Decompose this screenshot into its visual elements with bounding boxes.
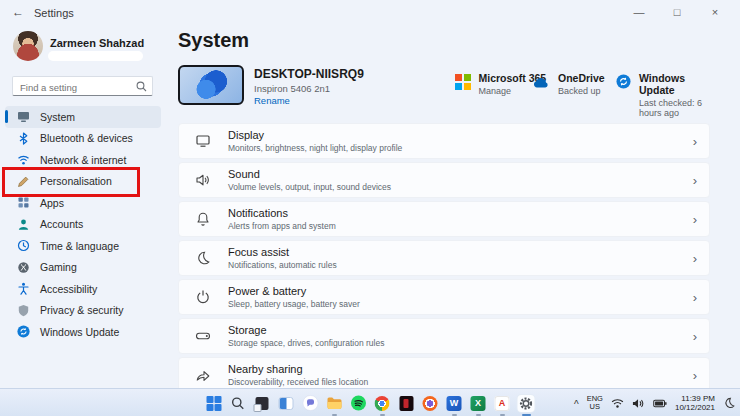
sidebar-item-windows-update[interactable]: Windows Update xyxy=(5,321,161,343)
status-title: Windows Update xyxy=(639,72,710,96)
apps-icon xyxy=(17,196,30,209)
back-button[interactable]: ← xyxy=(12,5,24,19)
language-region: US xyxy=(587,403,603,411)
windows-logo-icon xyxy=(207,396,222,411)
search-icon xyxy=(231,396,246,411)
onedrive-icon xyxy=(532,74,550,92)
settings-taskbar-button[interactable] xyxy=(518,395,535,412)
sidebar-item-accounts[interactable]: Accounts xyxy=(5,214,161,236)
privacy-icon xyxy=(17,304,30,317)
row-title: Notifications xyxy=(228,207,336,219)
acrobat-icon: A xyxy=(495,396,510,411)
chat-button[interactable] xyxy=(302,395,319,412)
row-title: Nearby sharing xyxy=(228,363,368,375)
row-sound[interactable]: SoundVolume levels, output, input, sound… xyxy=(178,162,710,198)
accounts-icon xyxy=(17,218,30,231)
minimize-button[interactable]: — xyxy=(620,0,658,24)
sidebar-item-time-language[interactable]: Time & language xyxy=(5,235,161,257)
volume-icon[interactable] xyxy=(632,398,645,409)
acrobat-button[interactable]: A xyxy=(494,395,511,412)
chevron-right-icon: › xyxy=(693,173,697,188)
excel-button[interactable]: X xyxy=(470,395,487,412)
chevron-right-icon: › xyxy=(693,290,697,305)
row-title: Focus assist xyxy=(228,246,337,258)
row-subtitle: Alerts from apps and system xyxy=(228,221,336,231)
clock[interactable]: 11:39 PM 10/12/2021 xyxy=(675,394,715,412)
browser-button[interactable] xyxy=(422,395,439,412)
window-title: Settings xyxy=(34,7,74,19)
media-app-icon xyxy=(399,396,413,411)
row-subtitle: Notifications, automatic rules xyxy=(228,260,337,270)
taskbar: W X A ^ ENG US 11:39 PM 10/12/2021 xyxy=(0,388,740,416)
browser-icon xyxy=(423,396,438,411)
sidebar-item-accessibility[interactable]: Accessibility xyxy=(5,278,161,300)
bluetooth-icon xyxy=(17,132,30,145)
accessibility-icon xyxy=(17,282,30,295)
row-storage[interactable]: StorageStorage space, drives, configurat… xyxy=(178,318,710,354)
row-subtitle: Storage space, drives, configuration rul… xyxy=(228,338,384,348)
sidebar-item-personalisation[interactable]: Personalisation xyxy=(5,171,161,193)
page-title: System xyxy=(178,29,249,52)
start-button[interactable] xyxy=(206,395,223,412)
widgets-icon xyxy=(279,397,294,410)
device-name: DESKTOP-NIISRQ9 xyxy=(254,67,364,81)
main-content: System DESKTOP-NIISRQ9 Inspiron 5406 2n1… xyxy=(178,26,710,388)
display-icon xyxy=(195,133,211,149)
wifi-icon[interactable] xyxy=(611,398,624,409)
sidebar-nav: System Bluetooth & devices Network & int… xyxy=(5,106,161,343)
excel-icon: X xyxy=(471,396,486,411)
word-button[interactable]: W xyxy=(446,395,463,412)
row-nearby-sharing[interactable]: Nearby sharingDiscoverability, received … xyxy=(178,357,710,388)
close-button[interactable]: × xyxy=(696,0,734,24)
row-title: Storage xyxy=(228,324,384,336)
sidebar-item-apps[interactable]: Apps xyxy=(5,192,161,214)
sidebar-item-label: Privacy & security xyxy=(40,304,123,316)
sound-icon xyxy=(195,172,211,188)
row-notifications[interactable]: NotificationsAlerts from apps and system… xyxy=(178,201,710,237)
battery-icon[interactable] xyxy=(653,399,667,408)
rename-link[interactable]: Rename xyxy=(254,95,290,106)
row-subtitle: Monitors, brightness, night light, displ… xyxy=(228,143,402,153)
focus-assist-icon xyxy=(195,250,211,266)
taskbar-search-button[interactable] xyxy=(230,395,247,412)
storage-icon xyxy=(195,328,211,344)
media-app-button[interactable] xyxy=(398,395,415,412)
user-name: Zarmeen Shahzad xyxy=(50,37,144,49)
search-input[interactable] xyxy=(13,79,152,97)
row-title: Power & battery xyxy=(228,285,360,297)
tray-chevron-icon[interactable]: ^ xyxy=(574,399,579,410)
tray-date: 10/12/2021 xyxy=(675,403,715,412)
sidebar-item-gaming[interactable]: Gaming xyxy=(5,257,161,279)
status-subtitle: Backed up xyxy=(558,86,605,96)
status-subtitle: Last checked: 6 hours ago xyxy=(639,98,710,118)
microsoft-logo xyxy=(455,74,471,90)
sidebar-item-bluetooth[interactable]: Bluetooth & devices xyxy=(5,128,161,150)
task-view-button[interactable] xyxy=(254,395,271,412)
task-view-icon xyxy=(256,397,269,410)
power-icon xyxy=(195,289,211,305)
chevron-right-icon: › xyxy=(693,368,697,383)
widgets-button[interactable] xyxy=(278,395,295,412)
sidebar-item-system[interactable]: System xyxy=(5,106,161,128)
spotify-button[interactable] xyxy=(350,395,367,412)
status-title: OneDrive xyxy=(558,72,605,84)
status-card-windows-update[interactable]: Windows Update Last checked: 6 hours ago xyxy=(616,72,710,118)
row-display[interactable]: DisplayMonitors, brightness, night light… xyxy=(178,123,710,159)
chrome-button[interactable] xyxy=(374,395,391,412)
focus-moon-icon[interactable] xyxy=(723,397,735,409)
system-icon xyxy=(17,110,30,123)
chevron-right-icon: › xyxy=(693,134,697,149)
maximize-button[interactable]: □ xyxy=(658,0,696,24)
row-subtitle: Sleep, battery usage, battery saver xyxy=(228,299,360,309)
sidebar-item-privacy[interactable]: Privacy & security xyxy=(5,300,161,322)
row-focus-assist[interactable]: Focus assistNotifications, automatic rul… xyxy=(178,240,710,276)
file-explorer-button[interactable] xyxy=(326,395,343,412)
language-indicator[interactable]: ENG US xyxy=(587,395,603,411)
status-card-onedrive[interactable]: OneDrive Backed up xyxy=(532,72,605,96)
avatar[interactable] xyxy=(13,31,43,61)
taskbar-icons: W X A xyxy=(206,389,535,416)
row-power-battery[interactable]: Power & batterySleep, battery usage, bat… xyxy=(178,279,710,315)
sidebar-item-network[interactable]: Network & internet xyxy=(5,149,161,171)
settings-rows: DisplayMonitors, brightness, night light… xyxy=(178,123,710,388)
nearby-sharing-icon xyxy=(195,367,211,383)
